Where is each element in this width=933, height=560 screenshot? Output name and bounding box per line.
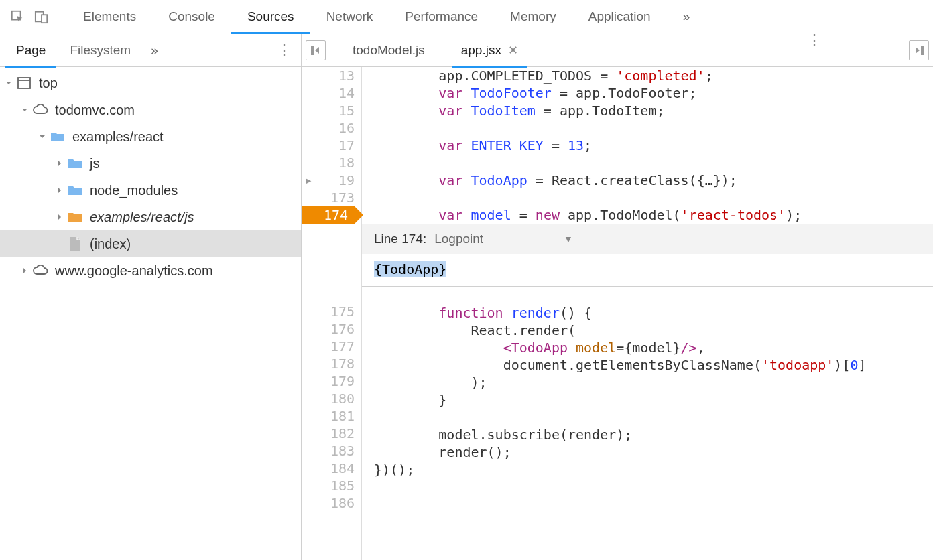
svg-rect-8 — [921, 46, 924, 55]
window-icon — [16, 75, 32, 91]
main-split: Page Filesystem » ⋮ top todomvc.com exam… — [0, 33, 933, 560]
chevron-down-icon — [38, 132, 47, 141]
svg-rect-7 — [311, 46, 314, 55]
navigator-tabs: Page Filesystem » ⋮ — [0, 33, 301, 67]
tab-sources[interactable]: Sources — [231, 0, 310, 33]
tab-network[interactable]: Network — [310, 0, 389, 33]
tree-label: js — [90, 156, 99, 171]
code-line — [374, 287, 933, 304]
line-number[interactable]: 17 — [302, 137, 355, 154]
line-number[interactable]: 176 — [302, 320, 355, 338]
panel-tabs: Elements Console Sources Network Perform… — [67, 0, 706, 33]
gutter[interactable]: 13 14 15 16 17 18 ▶19 173 174 175 176 17… — [302, 67, 362, 560]
chevron-right-icon — [20, 266, 29, 275]
editor-pane: todoModel.js app.jsx ✕ 13 14 15 16 17 18… — [302, 33, 933, 560]
folder-icon — [67, 155, 83, 171]
show-debugger-icon[interactable] — [909, 40, 929, 60]
line-number[interactable]: 180 — [302, 390, 355, 407]
tree-label: node_modules — [90, 183, 178, 198]
tree-label: todomvc.com — [55, 102, 135, 118]
logpoint-mode-label: Logpoint — [434, 230, 483, 248]
line-number[interactable]: 183 — [302, 442, 355, 460]
tree-folder[interactable]: node_modules — [0, 177, 301, 204]
tree-file[interactable]: (index) — [0, 230, 301, 257]
code-line: var TodoFooter = app.TodoFooter; — [374, 84, 933, 102]
line-number[interactable]: 177 — [302, 338, 355, 355]
logpoint-expression-input[interactable]: {TodoApp} — [374, 261, 446, 277]
line-number[interactable]: 184 — [302, 460, 355, 477]
code-line: model.subscribe(render); — [374, 426, 933, 443]
code-line: app.COMPLETED_TODOS = 'completed'; — [374, 67, 933, 84]
navigator-more-icon[interactable]: ⋮ — [273, 42, 296, 59]
tab-console[interactable]: Console — [152, 0, 231, 33]
nav-tab-page[interactable]: Page — [5, 33, 56, 67]
tab-application[interactable]: Application — [572, 0, 667, 33]
code-line: var model = new app.TodoModel('react-tod… — [374, 206, 933, 224]
tab-elements[interactable]: Elements — [67, 0, 152, 33]
logpoint-line-label: Line 174: — [374, 230, 426, 248]
tree-folder[interactable]: examples/react/js — [0, 204, 301, 230]
line-number[interactable]: 178 — [302, 355, 355, 372]
device-toggle-icon[interactable] — [29, 5, 54, 29]
line-number[interactable]: 13 — [302, 67, 355, 84]
breakpoint-line-number[interactable]: 174 — [302, 206, 355, 224]
code-line — [374, 189, 933, 206]
svg-rect-5 — [18, 78, 30, 88]
line-number[interactable]: 16 — [302, 119, 355, 137]
tree-origin[interactable]: www.google-analytics.com — [0, 257, 301, 284]
line-number[interactable]: 179 — [302, 372, 355, 390]
logpoint-header: Line 174: Logpoint ▼ — [362, 224, 933, 254]
line-number[interactable]: 173 — [302, 189, 355, 206]
code-line: var ENTER_KEY = 13; — [374, 137, 933, 154]
fold-marker-icon[interactable]: ▶ — [306, 171, 311, 189]
tree-label: examples/react/js — [90, 210, 194, 225]
code-line: var TodoApp = React.createClass({…}); — [374, 171, 933, 189]
code-editor[interactable]: 13 14 15 16 17 18 ▶19 173 174 175 176 17… — [302, 67, 933, 560]
line-number[interactable]: ▶19 — [302, 171, 355, 189]
tree-label: (index) — [90, 236, 131, 252]
code-line: function render() { — [374, 304, 933, 322]
show-navigator-icon[interactable] — [306, 40, 326, 60]
code-body[interactable]: app.COMPLETED_TODOS = 'completed'; var T… — [362, 67, 933, 560]
file-tab-label: todoModel.js — [353, 43, 425, 58]
tab-performance[interactable]: Performance — [389, 0, 494, 33]
tabs-overflow[interactable]: » — [667, 0, 706, 33]
devtools-toolbar: Elements Console Sources Network Perform… — [0, 0, 933, 33]
file-tab-todomodel[interactable]: todoModel.js — [343, 33, 434, 67]
line-number[interactable]: 185 — [302, 477, 355, 494]
folder-icon — [67, 182, 83, 198]
chevron-right-icon — [55, 159, 64, 168]
code-line — [374, 478, 933, 496]
logpoint-mode-select[interactable]: Logpoint ▼ — [434, 230, 573, 248]
chevron-right-icon — [55, 212, 64, 222]
file-icon — [67, 236, 83, 252]
line-number[interactable]: 14 — [302, 84, 355, 102]
file-tab-app[interactable]: app.jsx ✕ — [452, 33, 527, 67]
line-number[interactable]: 186 — [302, 494, 355, 512]
folder-icon — [50, 129, 66, 145]
line-number[interactable]: 182 — [302, 425, 355, 442]
logpoint-editor: Line 174: Logpoint ▼ {TodoApp} — [362, 224, 933, 287]
file-tab-label: app.jsx — [461, 43, 501, 58]
tree-folder[interactable]: js — [0, 150, 301, 177]
line-number[interactable]: 18 — [302, 154, 355, 171]
chevron-down-icon — [4, 78, 13, 88]
nav-tabs-overflow[interactable]: » — [144, 33, 165, 67]
chevron-down-icon — [20, 105, 29, 115]
navigator-pane: Page Filesystem » ⋮ top todomvc.com exam… — [0, 33, 302, 560]
close-icon[interactable]: ✕ — [508, 43, 518, 58]
line-number[interactable]: 175 — [302, 303, 355, 320]
tree-folder[interactable]: examples/react — [0, 123, 301, 150]
inspect-element-icon[interactable] — [5, 5, 29, 29]
tab-memory[interactable]: Memory — [494, 0, 572, 33]
line-number[interactable]: 15 — [302, 102, 355, 119]
chevron-right-icon — [55, 186, 64, 195]
tree-top[interactable]: top — [0, 70, 301, 96]
tree-label: examples/react — [72, 129, 164, 145]
code-line — [374, 119, 933, 137]
code-line: render(); — [374, 443, 933, 461]
line-number[interactable]: 181 — [302, 407, 355, 425]
file-tree: top todomvc.com examples/react js node_m — [0, 67, 301, 560]
tree-origin[interactable]: todomvc.com — [0, 96, 301, 123]
nav-tab-filesystem[interactable]: Filesystem — [59, 33, 141, 67]
